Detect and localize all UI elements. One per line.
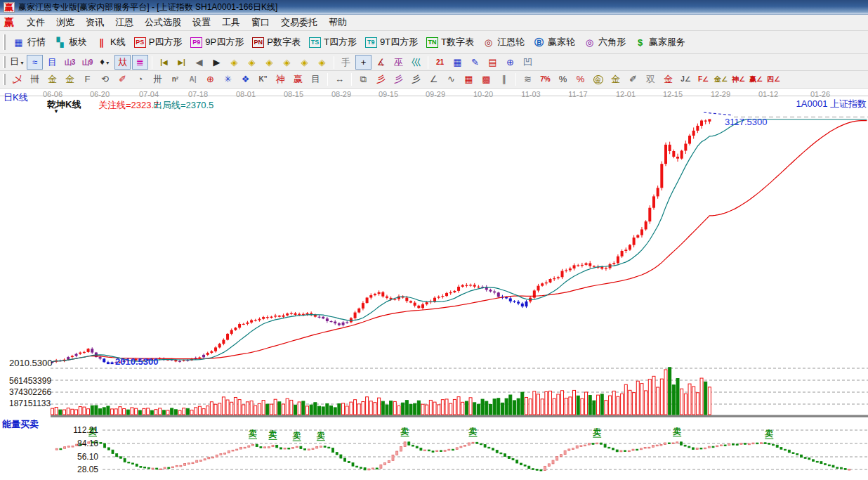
box-select-button[interactable]: ⧉: [355, 72, 371, 87]
boxed-rays-button[interactable]: ❖: [237, 72, 254, 87]
time-ruler-button[interactable]: 卅: [150, 72, 166, 87]
diamond-hswap-button[interactable]: ◈: [261, 55, 277, 70]
ying-angle-button[interactable]: 赢∠: [748, 72, 764, 87]
gann-shape-button[interactable]: 巫: [390, 55, 407, 70]
indicator-name-label[interactable]: 能量买卖: [2, 418, 39, 431]
menu-item-5[interactable]: 设置: [187, 15, 216, 30]
j-angle-button[interactable]: J∠: [678, 72, 694, 87]
menu-item-1[interactable]: 浏览: [51, 15, 80, 30]
wave-3-button[interactable]: 山3: [62, 55, 78, 70]
t-number-table-button[interactable]: TNT数字表: [422, 34, 478, 51]
kline-button[interactable]: ∥K线: [91, 34, 130, 51]
red-marker-button[interactable]: ✐: [114, 72, 131, 87]
boxed-fan-dark-button[interactable]: 彡: [408, 72, 424, 87]
red-grid-arrow-button[interactable]: ▩: [478, 72, 494, 87]
ink-pen-button[interactable]: ✐: [625, 72, 641, 87]
9p-square-button[interactable]: P99P四方形: [186, 34, 248, 51]
menu-item-4[interactable]: 公式选股: [139, 15, 187, 30]
network-button[interactable]: ⊕: [502, 55, 518, 70]
n-square-button[interactable]: n²: [167, 72, 183, 87]
shen-angle-button[interactable]: 神∠: [730, 72, 747, 87]
workstation-button[interactable]: 凹: [520, 55, 536, 70]
kline-type-selector[interactable]: 乾坤K线 ▼: [47, 98, 81, 111]
fibo-f-button[interactable]: F: [79, 72, 96, 87]
menu-item-2[interactable]: 资讯: [80, 15, 110, 30]
percent-button[interactable]: %: [555, 72, 571, 87]
nav-next-button[interactable]: ▶: [209, 55, 225, 70]
qiankun-pattern-button[interactable]: 夶: [114, 55, 131, 70]
note-list-button[interactable]: 目: [44, 55, 60, 70]
period-selector-button[interactable]: 日▼: [9, 55, 25, 70]
menu-item-3[interactable]: 江恩: [110, 15, 139, 30]
winner-service-button[interactable]: $赢家服务: [630, 34, 690, 51]
crosshair-tool-button[interactable]: +: [355, 55, 371, 70]
toolbar-grip[interactable]: [3, 56, 6, 67]
hand-tool-button[interactable]: 手: [338, 55, 354, 70]
gold-angle-button[interactable]: 金∠: [713, 72, 729, 87]
spiral-button[interactable]: ⟲: [97, 72, 113, 87]
p-square-button[interactable]: PSP四方形: [130, 34, 187, 51]
calculator-button[interactable]: ▦: [449, 55, 466, 70]
hexagon-button[interactable]: ◎六角形: [579, 34, 630, 51]
chart-canvas[interactable]: 卖卖卖卖卖卖卖卖卖卖: [0, 89, 868, 480]
diamond-left-button[interactable]: ◈: [226, 55, 242, 70]
circle-cross-button[interactable]: ⊕: [202, 72, 218, 87]
wave-check-button[interactable]: ∿: [443, 72, 459, 87]
calendar-21-button[interactable]: 21: [432, 55, 448, 70]
price-grid-button[interactable]: 目: [308, 72, 324, 87]
t-square-button[interactable]: TST四方形: [305, 34, 361, 51]
brush-tool-button[interactable]: 乄: [9, 72, 25, 87]
star-rays-button[interactable]: ✳: [220, 72, 236, 87]
gold-section-button[interactable]: 金: [44, 72, 60, 87]
save-button[interactable]: ▤: [485, 55, 501, 70]
gann-wheel-button[interactable]: ◎江恩轮: [478, 34, 529, 51]
toolbar-grip[interactable]: [3, 74, 6, 86]
gold-level-button[interactable]: 金: [607, 72, 624, 87]
wave-9-button[interactable]: 山9: [79, 55, 96, 70]
nav-last-button[interactable]: ▶|: [173, 55, 190, 70]
shen-tool-button[interactable]: 神: [272, 72, 289, 87]
gold-extension-button[interactable]: 金: [62, 72, 78, 87]
volume-profile-button[interactable]: ≣: [132, 55, 148, 70]
nav-prev-button[interactable]: ◀: [191, 55, 207, 70]
sectors-button[interactable]: ▚板块: [50, 34, 91, 51]
nav-first-button[interactable]: |◀: [156, 55, 172, 70]
diamond-compress-button[interactable]: ◈: [279, 55, 295, 70]
vertical-text-button[interactable]: A|: [185, 72, 201, 87]
fan-lines-button[interactable]: 彡: [373, 72, 389, 87]
f-angle-button[interactable]: F∠: [695, 72, 711, 87]
measure-bars-button[interactable]: ≋: [520, 72, 536, 87]
9t-square-button[interactable]: T99T四方形: [361, 34, 422, 51]
fractal-tool-button[interactable]: 巛: [408, 55, 424, 70]
angle-measure-button[interactable]: ∡: [373, 55, 389, 70]
menu-item-9[interactable]: 帮助: [323, 15, 353, 30]
p-number-table-button[interactable]: PNP数字表: [248, 34, 305, 51]
gold-circle-button[interactable]: 金: [590, 72, 606, 87]
diamond-star-button[interactable]: ◈: [296, 55, 313, 70]
si-angle-button[interactable]: 四∠: [765, 72, 782, 87]
notes-button[interactable]: ✎: [467, 55, 483, 70]
ying-tool-button[interactable]: 赢: [290, 72, 306, 87]
menu-item-8[interactable]: 交易委托: [275, 15, 323, 30]
menu-item-0[interactable]: 文件: [21, 15, 51, 30]
boxed-fan-purple-button[interactable]: 彡: [390, 72, 407, 87]
time-cycle-button[interactable]: ◔: [132, 72, 148, 87]
percent-7-button[interactable]: 7%: [537, 72, 553, 87]
wave-ab-button[interactable]: 双: [643, 72, 659, 87]
diamond-right-button[interactable]: ◈: [244, 55, 260, 70]
toolbar-grip[interactable]: [3, 34, 6, 50]
grid-lines-button[interactable]: 卌: [27, 72, 43, 87]
angle-rays-button[interactable]: ∠: [426, 72, 442, 87]
candle-style-button[interactable]: ♦▼: [97, 55, 113, 70]
parallel-lines-button[interactable]: ∥: [496, 72, 512, 87]
menu-item-6[interactable]: 工具: [216, 15, 246, 30]
menu-item-7[interactable]: 窗口: [246, 15, 275, 30]
diamond-move-button[interactable]: ◈: [314, 55, 330, 70]
gold-red-button[interactable]: 金: [660, 72, 676, 87]
red-grid-button[interactable]: ▦: [461, 72, 477, 87]
h-span-button[interactable]: ↔: [331, 72, 348, 87]
k-quote-button[interactable]: K": [255, 72, 271, 87]
percent-line-button[interactable]: %: [572, 72, 588, 87]
quotes-button[interactable]: ▦行情: [8, 34, 50, 51]
winner-wheel-button[interactable]: Ⓑ赢家轮: [529, 34, 579, 51]
